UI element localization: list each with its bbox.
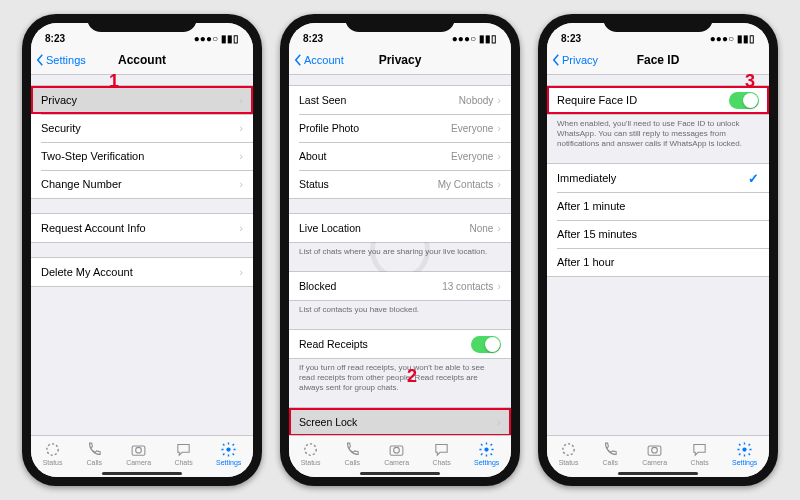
svg-point-3 — [227, 447, 231, 451]
row-blocked[interactable]: Blocked13 contacts› — [289, 272, 511, 300]
tab-calls[interactable]: Calls — [86, 441, 103, 466]
row-label: After 1 hour — [557, 256, 759, 268]
row-value: None — [469, 223, 493, 234]
svg-point-7 — [485, 447, 489, 451]
tab-label: Settings — [732, 459, 757, 466]
phone-3: 8:23 ●●●○ ▮▮▯ Privacy Face ID 3 Require … — [538, 14, 778, 486]
tab-bar: Status Calls Camera Chats Settings — [547, 435, 769, 477]
back-button[interactable]: Privacy — [551, 54, 598, 66]
tab-bar: Status Calls Camera Chats Settings — [289, 435, 511, 477]
tab-status[interactable]: Status — [43, 441, 63, 466]
row-request-info[interactable]: Request Account Info › — [31, 214, 253, 242]
settings-group: Request Account Info › — [31, 213, 253, 243]
tab-camera[interactable]: Camera — [126, 441, 151, 466]
gear-icon — [736, 441, 753, 458]
toggle-switch[interactable] — [729, 92, 759, 109]
tab-chats[interactable]: Chats — [690, 441, 708, 466]
row-read-receipts[interactable]: Read Receipts — [289, 330, 511, 358]
svg-point-6 — [394, 447, 400, 453]
row-label: After 1 minute — [557, 200, 759, 212]
row-privacy[interactable]: Privacy › — [31, 86, 253, 114]
tab-label: Settings — [474, 459, 499, 466]
tab-label: Camera — [642, 459, 667, 466]
home-indicator[interactable] — [102, 472, 182, 475]
tab-label: Status — [43, 459, 63, 466]
svg-point-0 — [47, 444, 58, 455]
tab-settings[interactable]: Settings — [216, 441, 241, 466]
tab-label: Camera — [384, 459, 409, 466]
row-label: Immediately — [557, 172, 748, 184]
chat-icon — [433, 441, 450, 458]
chevron-right-icon: › — [239, 266, 243, 278]
home-indicator[interactable] — [360, 472, 440, 475]
group-footer: List of chats where you are sharing your… — [289, 243, 511, 257]
tab-label: Calls — [87, 459, 103, 466]
chevron-right-icon: › — [239, 122, 243, 134]
status-icon — [560, 441, 577, 458]
row-live-location[interactable]: Live LocationNone› — [289, 214, 511, 242]
home-indicator[interactable] — [618, 472, 698, 475]
battery-icon: ▮▮▯ — [479, 33, 497, 44]
back-button[interactable]: Account — [293, 54, 344, 66]
content-area: Require Face ID When enabled, you'll nee… — [547, 75, 769, 435]
tab-camera[interactable]: Camera — [384, 441, 409, 466]
status-icon — [44, 441, 61, 458]
notch — [87, 14, 197, 32]
row-about[interactable]: AboutEveryone› — [289, 142, 511, 170]
row-label: After 15 minutes — [557, 228, 759, 240]
tab-calls[interactable]: Calls — [344, 441, 361, 466]
row-status[interactable]: StatusMy Contacts› — [289, 170, 511, 198]
back-button[interactable]: Settings — [35, 54, 86, 66]
settings-group: Privacy › Security › Two-Step Verificati… — [31, 85, 253, 199]
tab-label: Status — [301, 459, 321, 466]
tab-label: Settings — [216, 459, 241, 466]
row-last-seen[interactable]: Last SeenNobody› — [289, 86, 511, 114]
row-after-1-minute[interactable]: After 1 minute — [547, 192, 769, 220]
settings-group: Delete My Account › — [31, 257, 253, 287]
battery-icon: ▮▮▯ — [221, 33, 239, 44]
tab-chats[interactable]: Chats — [432, 441, 450, 466]
status-time: 8:23 — [561, 33, 581, 44]
content-area[interactable]: Last SeenNobody› Profile PhotoEveryone› … — [289, 75, 511, 435]
tab-label: Chats — [432, 459, 450, 466]
row-screen-lock[interactable]: Screen Lock› — [289, 408, 511, 435]
tab-status[interactable]: Status — [559, 441, 579, 466]
row-label: Change Number — [41, 178, 239, 190]
toggle-switch[interactable] — [471, 336, 501, 353]
chevron-right-icon: › — [497, 94, 501, 106]
svg-point-4 — [305, 444, 316, 455]
tab-camera[interactable]: Camera — [642, 441, 667, 466]
row-after-1-hour[interactable]: After 1 hour — [547, 248, 769, 276]
row-delete-account[interactable]: Delete My Account › — [31, 258, 253, 286]
tab-label: Camera — [126, 459, 151, 466]
tab-settings[interactable]: Settings — [732, 441, 757, 466]
row-require-face-id[interactable]: Require Face ID — [547, 86, 769, 114]
back-label: Settings — [46, 54, 86, 66]
svg-point-10 — [652, 447, 658, 453]
row-security[interactable]: Security › — [31, 114, 253, 142]
nav-title: Face ID — [637, 53, 680, 67]
tab-status[interactable]: Status — [301, 441, 321, 466]
row-label: Privacy — [41, 94, 239, 106]
nav-bar: Settings Account — [31, 45, 253, 75]
settings-group: Read Receipts — [289, 329, 511, 359]
row-two-step[interactable]: Two-Step Verification › — [31, 142, 253, 170]
phone-icon — [602, 441, 619, 458]
row-value: Everyone — [451, 123, 493, 134]
row-immediately[interactable]: Immediately✓ — [547, 164, 769, 192]
chevron-left-icon — [551, 54, 561, 66]
row-profile-photo[interactable]: Profile PhotoEveryone› — [289, 114, 511, 142]
group-footer: List of contacts you have blocked. — [289, 301, 511, 315]
svg-point-2 — [136, 447, 142, 453]
row-label: Profile Photo — [299, 122, 451, 134]
annotation-step-3: 3 — [745, 71, 755, 92]
tab-calls[interactable]: Calls — [602, 441, 619, 466]
tab-chats[interactable]: Chats — [174, 441, 192, 466]
tab-settings[interactable]: Settings — [474, 441, 499, 466]
row-change-number[interactable]: Change Number › — [31, 170, 253, 198]
row-label: Blocked — [299, 280, 442, 292]
tab-label: Chats — [174, 459, 192, 466]
row-after-15-minutes[interactable]: After 15 minutes — [547, 220, 769, 248]
chevron-right-icon: › — [239, 94, 243, 106]
nav-title: Privacy — [379, 53, 422, 67]
